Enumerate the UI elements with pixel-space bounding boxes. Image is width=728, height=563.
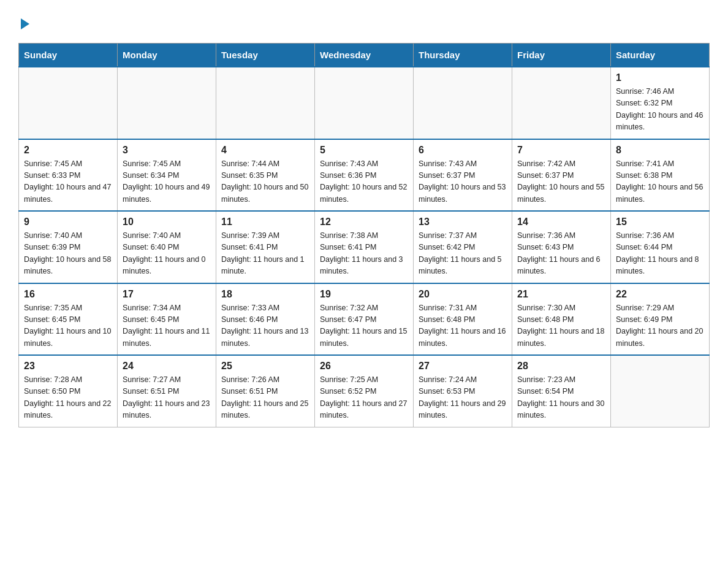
calendar-cell: 24Sunrise: 7:27 AM Sunset: 6:51 PM Dayli…: [118, 355, 216, 427]
day-info: Sunrise: 7:43 AM Sunset: 6:36 PM Dayligh…: [320, 158, 408, 206]
day-info: Sunrise: 7:26 AM Sunset: 6:51 PM Dayligh…: [221, 374, 309, 422]
calendar-cell: 2Sunrise: 7:45 AM Sunset: 6:33 PM Daylig…: [19, 139, 118, 212]
day-number: 5: [320, 145, 408, 156]
calendar-cell: 27Sunrise: 7:24 AM Sunset: 6:53 PM Dayli…: [414, 355, 512, 427]
logo-general-text: [18, 18, 29, 31]
calendar-cell: [315, 67, 414, 139]
calendar-cell: 25Sunrise: 7:26 AM Sunset: 6:51 PM Dayli…: [216, 355, 315, 427]
day-number: 21: [517, 289, 605, 300]
calendar-cell: [611, 355, 710, 427]
calendar-cell: 26Sunrise: 7:25 AM Sunset: 6:52 PM Dayli…: [315, 355, 414, 427]
day-number: 8: [616, 145, 704, 156]
day-info: Sunrise: 7:36 AM Sunset: 6:44 PM Dayligh…: [616, 230, 704, 278]
day-number: 14: [517, 216, 605, 228]
calendar-cell: 1Sunrise: 7:46 AM Sunset: 6:32 PM Daylig…: [611, 67, 710, 139]
logo: [18, 12, 29, 31]
day-number: 26: [320, 361, 408, 372]
day-number: 9: [24, 216, 112, 228]
calendar-col-header-saturday: Saturday: [611, 44, 710, 67]
calendar-week-row-1: 1Sunrise: 7:46 AM Sunset: 6:32 PM Daylig…: [19, 67, 710, 139]
calendar-week-row-3: 9Sunrise: 7:40 AM Sunset: 6:39 PM Daylig…: [19, 211, 710, 283]
calendar-cell: 14Sunrise: 7:36 AM Sunset: 6:43 PM Dayli…: [512, 211, 611, 283]
day-number: 2: [24, 145, 112, 156]
day-info: Sunrise: 7:35 AM Sunset: 6:45 PM Dayligh…: [24, 302, 112, 350]
day-info: Sunrise: 7:25 AM Sunset: 6:52 PM Dayligh…: [320, 374, 408, 422]
calendar-cell: 8Sunrise: 7:41 AM Sunset: 6:38 PM Daylig…: [611, 139, 710, 212]
day-info: Sunrise: 7:23 AM Sunset: 6:54 PM Dayligh…: [517, 374, 605, 422]
logo-arrow-icon: [21, 18, 29, 29]
calendar-week-row-5: 23Sunrise: 7:28 AM Sunset: 6:50 PM Dayli…: [19, 355, 710, 427]
day-info: Sunrise: 7:32 AM Sunset: 6:47 PM Dayligh…: [320, 302, 408, 350]
day-number: 24: [123, 361, 211, 372]
day-number: 1: [616, 72, 704, 83]
calendar-cell: [19, 67, 118, 139]
day-info: Sunrise: 7:34 AM Sunset: 6:45 PM Dayligh…: [123, 302, 211, 350]
day-info: Sunrise: 7:27 AM Sunset: 6:51 PM Dayligh…: [123, 374, 211, 422]
day-number: 11: [221, 216, 309, 228]
calendar-cell: 7Sunrise: 7:42 AM Sunset: 6:37 PM Daylig…: [512, 139, 611, 212]
calendar-col-header-sunday: Sunday: [19, 44, 118, 67]
calendar-cell: [414, 67, 512, 139]
day-info: Sunrise: 7:45 AM Sunset: 6:33 PM Dayligh…: [24, 158, 112, 206]
day-info: Sunrise: 7:40 AM Sunset: 6:40 PM Dayligh…: [123, 230, 211, 278]
day-number: 18: [221, 289, 309, 300]
day-number: 15: [616, 216, 704, 228]
day-info: Sunrise: 7:41 AM Sunset: 6:38 PM Dayligh…: [616, 158, 704, 206]
day-info: Sunrise: 7:46 AM Sunset: 6:32 PM Dayligh…: [616, 86, 704, 134]
day-info: Sunrise: 7:38 AM Sunset: 6:41 PM Dayligh…: [320, 230, 408, 278]
calendar-cell: 5Sunrise: 7:43 AM Sunset: 6:36 PM Daylig…: [315, 139, 414, 212]
calendar-cell: 18Sunrise: 7:33 AM Sunset: 6:46 PM Dayli…: [216, 283, 315, 356]
day-number: 3: [123, 145, 211, 156]
day-number: 13: [419, 216, 507, 228]
calendar-cell: 4Sunrise: 7:44 AM Sunset: 6:35 PM Daylig…: [216, 139, 315, 212]
day-number: 22: [616, 289, 704, 300]
calendar-cell: 13Sunrise: 7:37 AM Sunset: 6:42 PM Dayli…: [414, 211, 512, 283]
calendar-cell: 12Sunrise: 7:38 AM Sunset: 6:41 PM Dayli…: [315, 211, 414, 283]
day-number: 27: [419, 361, 507, 372]
calendar-week-row-4: 16Sunrise: 7:35 AM Sunset: 6:45 PM Dayli…: [19, 283, 710, 356]
calendar-col-header-monday: Monday: [118, 44, 216, 67]
calendar-header-row: SundayMondayTuesdayWednesdayThursdayFrid…: [19, 44, 710, 67]
day-number: 17: [123, 289, 211, 300]
calendar-cell: 20Sunrise: 7:31 AM Sunset: 6:48 PM Dayli…: [414, 283, 512, 356]
calendar-col-header-wednesday: Wednesday: [315, 44, 414, 67]
day-number: 10: [123, 216, 211, 228]
calendar-cell: 6Sunrise: 7:43 AM Sunset: 6:37 PM Daylig…: [414, 139, 512, 212]
calendar-cell: [118, 67, 216, 139]
calendar-cell: 19Sunrise: 7:32 AM Sunset: 6:47 PM Dayli…: [315, 283, 414, 356]
day-info: Sunrise: 7:31 AM Sunset: 6:48 PM Dayligh…: [419, 302, 507, 350]
day-info: Sunrise: 7:39 AM Sunset: 6:41 PM Dayligh…: [221, 230, 309, 278]
calendar-cell: [512, 67, 611, 139]
day-number: 12: [320, 216, 408, 228]
calendar-cell: 15Sunrise: 7:36 AM Sunset: 6:44 PM Dayli…: [611, 211, 710, 283]
day-info: Sunrise: 7:42 AM Sunset: 6:37 PM Dayligh…: [517, 158, 605, 206]
day-number: 16: [24, 289, 112, 300]
day-info: Sunrise: 7:37 AM Sunset: 6:42 PM Dayligh…: [419, 230, 507, 278]
calendar-col-header-friday: Friday: [512, 44, 611, 67]
day-info: Sunrise: 7:40 AM Sunset: 6:39 PM Dayligh…: [24, 230, 112, 278]
day-info: Sunrise: 7:43 AM Sunset: 6:37 PM Dayligh…: [419, 158, 507, 206]
day-number: 4: [221, 145, 309, 156]
day-info: Sunrise: 7:30 AM Sunset: 6:48 PM Dayligh…: [517, 302, 605, 350]
calendar-week-row-2: 2Sunrise: 7:45 AM Sunset: 6:33 PM Daylig…: [19, 139, 710, 212]
page-header: [18, 12, 710, 31]
day-number: 25: [221, 361, 309, 372]
day-info: Sunrise: 7:33 AM Sunset: 6:46 PM Dayligh…: [221, 302, 309, 350]
calendar-cell: 9Sunrise: 7:40 AM Sunset: 6:39 PM Daylig…: [19, 211, 118, 283]
calendar-table: SundayMondayTuesdayWednesdayThursdayFrid…: [18, 43, 710, 427]
calendar-cell: 28Sunrise: 7:23 AM Sunset: 6:54 PM Dayli…: [512, 355, 611, 427]
calendar-cell: 16Sunrise: 7:35 AM Sunset: 6:45 PM Dayli…: [19, 283, 118, 356]
day-number: 6: [419, 145, 507, 156]
day-info: Sunrise: 7:45 AM Sunset: 6:34 PM Dayligh…: [123, 158, 211, 206]
calendar-cell: 22Sunrise: 7:29 AM Sunset: 6:49 PM Dayli…: [611, 283, 710, 356]
calendar-col-header-tuesday: Tuesday: [216, 44, 315, 67]
day-info: Sunrise: 7:36 AM Sunset: 6:43 PM Dayligh…: [517, 230, 605, 278]
day-info: Sunrise: 7:28 AM Sunset: 6:50 PM Dayligh…: [24, 374, 112, 422]
day-info: Sunrise: 7:29 AM Sunset: 6:49 PM Dayligh…: [616, 302, 704, 350]
calendar-cell: 21Sunrise: 7:30 AM Sunset: 6:48 PM Dayli…: [512, 283, 611, 356]
calendar-cell: 11Sunrise: 7:39 AM Sunset: 6:41 PM Dayli…: [216, 211, 315, 283]
calendar-col-header-thursday: Thursday: [414, 44, 512, 67]
day-number: 19: [320, 289, 408, 300]
day-info: Sunrise: 7:24 AM Sunset: 6:53 PM Dayligh…: [419, 374, 507, 422]
calendar-cell: 17Sunrise: 7:34 AM Sunset: 6:45 PM Dayli…: [118, 283, 216, 356]
